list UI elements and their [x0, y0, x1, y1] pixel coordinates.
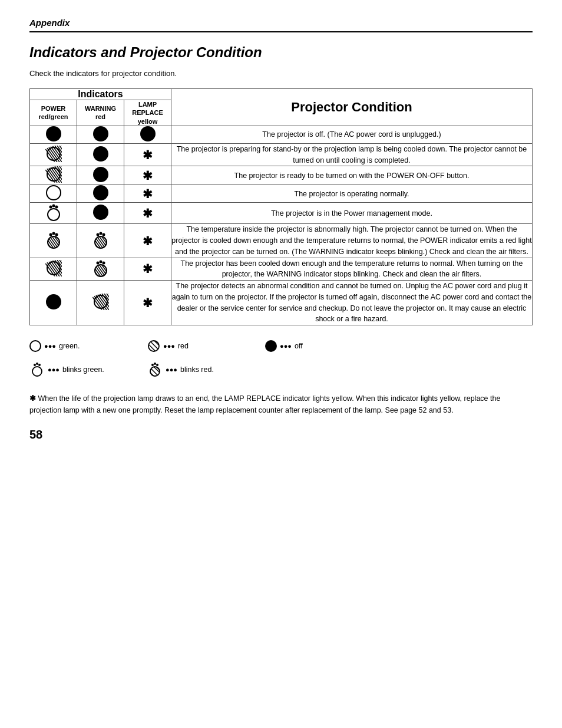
legend-empty-icon: [29, 340, 41, 352]
legend-striped-text: red: [178, 342, 189, 350]
condition-cell-7: The projector detects an abnormal condit…: [171, 281, 533, 325]
icon-filled: [93, 185, 108, 200]
lamp-cell-1: ✱: [124, 143, 171, 166]
condition-cell-5: The temperature inside the projector is …: [171, 224, 533, 258]
legend-blink-empty-text: blinks green.: [62, 365, 104, 374]
warning-cell-2: [77, 166, 124, 185]
legend-row-2: ●●● blinks green.: [29, 362, 265, 377]
legend-blink-empty-dots: ●●●: [48, 366, 59, 373]
icon-asterisk: ✱: [143, 187, 153, 200]
lamp-cell-3: ✱: [124, 185, 171, 203]
power-cell-6: [30, 258, 77, 281]
condition-cell-4: The projector is in the Power management…: [171, 203, 533, 224]
warning-cell-5: [77, 224, 124, 258]
icon-blink-striped: [91, 230, 110, 249]
legend-row-1: ●●● green. ●●● red: [29, 340, 383, 353]
svg-point-27: [55, 206, 58, 209]
svg-point-42: [55, 233, 58, 236]
svg-line-38: [61, 235, 63, 249]
icon-asterisk: ✱: [143, 235, 153, 248]
table-row: ✱ The projector is in the Power manageme…: [30, 203, 533, 224]
table-row: ✱ The projector is preparing for stand-b…: [30, 143, 533, 166]
power-cell-2: [30, 166, 77, 185]
icon-filled: [93, 205, 108, 220]
page-title: Indicators and Projector Condition: [29, 44, 533, 61]
warning-column-header: WARNING red: [77, 100, 124, 126]
icon-blink-empty: [44, 203, 63, 222]
icon-blink-striped: [91, 259, 110, 278]
legend-striped-icon: [147, 340, 160, 353]
svg-point-25: [49, 206, 52, 209]
svg-point-104: [34, 364, 36, 366]
legend: ●●● green. ●●● red: [29, 340, 533, 382]
warning-cell-7: [77, 281, 124, 325]
icon-asterisk: ✱: [143, 149, 153, 162]
icon-filled: [46, 294, 61, 309]
page-number: 58: [29, 428, 533, 442]
legend-filled-dots: ●●●: [280, 342, 292, 350]
icon-filled: [46, 126, 61, 141]
svg-line-80: [108, 263, 110, 278]
legend-blink-striped-icon: [147, 362, 163, 377]
warning-cell-4: [77, 203, 124, 224]
legend-filled-icon: [265, 340, 277, 352]
warning-cell-3: [77, 185, 124, 203]
indicators-header: Indicators: [30, 89, 171, 100]
svg-point-56: [99, 232, 102, 235]
svg-point-55: [96, 233, 99, 236]
icon-asterisk: ✱: [143, 169, 153, 182]
projector-condition-header: Projector Condition: [171, 89, 533, 126]
table-row: The projector is off. (The AC power cord…: [30, 126, 533, 143]
table-row: ✱ The projector is operating normally.: [30, 185, 533, 203]
table-row: ✱ The projector has been cooled down eno…: [30, 258, 533, 281]
svg-point-113: [151, 364, 154, 366]
lamp-cell-7: ✱: [124, 281, 171, 325]
legend-empty-dots: ●●●: [44, 342, 56, 350]
warning-cell-6: [77, 258, 124, 281]
icon-asterisk: ✱: [143, 262, 153, 275]
svg-point-26: [52, 205, 55, 207]
legend-filled-text: off: [295, 342, 303, 350]
power-cell-7: [30, 281, 77, 325]
svg-point-83: [99, 260, 102, 263]
icon-filled: [93, 126, 108, 141]
icon-striped: [45, 146, 62, 162]
legend-blink-empty-icon: [29, 362, 45, 377]
icon-striped: [45, 166, 62, 183]
svg-point-41: [52, 232, 55, 235]
svg-point-105: [36, 363, 38, 365]
power-cell-5: [30, 224, 77, 258]
icon-blink-striped: [44, 230, 63, 249]
lamp-cell-6: ✱: [124, 258, 171, 281]
icon-asterisk: ✱: [143, 207, 153, 220]
warning-cell-1: [77, 143, 124, 166]
condition-cell-2: The projector is ready to be turned on w…: [171, 166, 533, 185]
lamp-cell-2: ✱: [124, 166, 171, 185]
appendix-header: Appendix: [29, 18, 533, 32]
condition-cell-6: The projector has been cooled down enoug…: [171, 258, 533, 281]
legend-blink-striped-dots: ●●●: [166, 366, 177, 373]
icon-filled: [93, 146, 108, 162]
condition-cell-3: The projector is operating normally.: [171, 185, 533, 203]
svg-line-53: [108, 235, 110, 249]
svg-point-40: [49, 233, 52, 236]
svg-point-24: [48, 209, 59, 220]
lamp-cell-5: ✱: [124, 224, 171, 258]
power-cell-4: [30, 203, 77, 224]
legend-striped-dots: ●●●: [163, 342, 175, 350]
icon-empty: [46, 185, 61, 200]
power-column-header: POWER red/green: [30, 100, 77, 126]
warning-cell-0: [77, 126, 124, 143]
icon-striped: [45, 260, 62, 276]
indicators-table: Indicators Projector Condition POWER red…: [29, 88, 533, 325]
power-cell-3: [30, 185, 77, 203]
svg-point-115: [156, 364, 158, 366]
lamp-column-header: LAMPREPLACE yellow: [124, 100, 171, 126]
footnote: ✱ When the life of the projection lamp d…: [29, 393, 533, 416]
condition-cell-1: The projector is preparing for stand-by …: [171, 143, 533, 166]
svg-point-114: [154, 363, 156, 365]
lamp-cell-0: [124, 126, 171, 143]
icon-striped: [92, 294, 109, 310]
table-row: ✱ The projector detects an abnormal cond…: [30, 281, 533, 325]
legend-blink-striped-text: blinks red.: [180, 365, 214, 374]
